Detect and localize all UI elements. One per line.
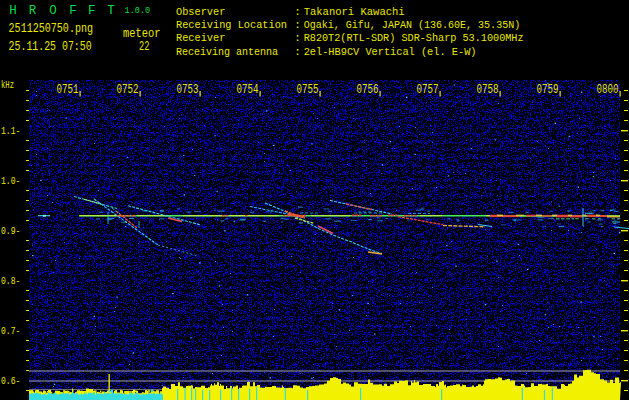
svg-text:Ogaki, Gifu, JAPAN (136.60E, 3: Ogaki, Gifu, JAPAN (136.60E, 35.35N) (304, 19, 521, 31)
svg-text:0754: 0754 (237, 83, 259, 97)
svg-text:R: R (29, 4, 37, 18)
svg-text:0752: 0752 (117, 83, 139, 97)
svg-text:kHz: kHz (1, 79, 14, 91)
svg-text:F: F (88, 4, 96, 18)
svg-text:Receiving Location: Receiving Location (176, 19, 287, 31)
svg-text:Takanori Kawachi: Takanori Kawachi (304, 6, 405, 18)
svg-text:T: T (107, 4, 115, 18)
svg-text:Receiver: Receiver (176, 32, 225, 44)
svg-text:1.0.0: 1.0.0 (125, 6, 151, 16)
svg-text:0.9-: 0.9- (1, 225, 21, 237)
svg-text::: : (294, 6, 301, 18)
svg-text:0.8-: 0.8- (1, 275, 21, 287)
svg-text:2511250750.png: 2511250750.png (9, 21, 93, 36)
svg-text:0759: 0759 (537, 83, 559, 97)
svg-text:0753: 0753 (177, 83, 199, 97)
svg-text:0755: 0755 (297, 83, 319, 97)
svg-text:H: H (9, 4, 17, 18)
svg-text:25.11.25 07:50: 25.11.25 07:50 (9, 39, 92, 54)
svg-text:0758: 0758 (477, 83, 499, 97)
svg-text:1.0-: 1.0- (1, 175, 21, 187)
svg-text:0757: 0757 (417, 83, 439, 97)
svg-text::: : (294, 32, 301, 44)
svg-text:1.1-: 1.1- (1, 125, 21, 137)
svg-text::: : (294, 19, 301, 31)
svg-text:0751: 0751 (57, 83, 79, 97)
svg-text:0.6-: 0.6- (1, 375, 21, 387)
svg-text:O: O (49, 4, 57, 18)
svg-text:0.7-: 0.7- (1, 325, 21, 337)
svg-text:0756: 0756 (357, 83, 379, 97)
svg-text:F: F (69, 4, 77, 18)
svg-text:Observer: Observer (176, 6, 225, 18)
svg-text:22: 22 (139, 39, 149, 54)
svg-text:0800: 0800 (597, 83, 619, 97)
svg-text::: : (294, 46, 301, 58)
svg-text:Receiving antenna: Receiving antenna (176, 46, 278, 58)
svg-text:2el-HB9CV Vertical (el. E-W): 2el-HB9CV Vertical (el. E-W) (304, 46, 477, 58)
svg-text:R820T2(RTL-SDR) SDR-Sharp 53.1: R820T2(RTL-SDR) SDR-Sharp 53.1000MHz (304, 32, 524, 44)
